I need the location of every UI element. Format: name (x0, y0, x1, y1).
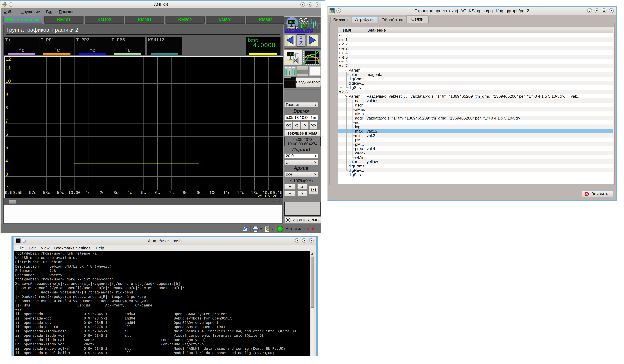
svg-text:10c: 10c (209, 190, 217, 195)
svg-text:3: 3 (5, 172, 8, 177)
svg-text:2c: 2c (100, 190, 105, 195)
svg-text:57c: 57c (29, 190, 37, 195)
svg-text:oscada.org: oscada.org (285, 27, 313, 33)
svg-text:25-05-2013: 25-05-2013 (257, 194, 283, 198)
svg-text:59c: 59c (57, 190, 64, 195)
svg-text:4c: 4c (127, 190, 132, 195)
svg-text:11c: 11c (223, 190, 231, 195)
svg-text:5c: 5c (141, 190, 146, 195)
svg-text:11: 11 (5, 66, 11, 71)
svg-text:6c: 6c (155, 190, 160, 195)
svg-text:1c: 1c (86, 190, 91, 195)
svg-text:7c: 7c (169, 190, 174, 195)
svg-text:12: 12 (5, 57, 11, 62)
svg-text:6: 6 (5, 132, 8, 137)
svg-text:10.95: 10.95 (288, 53, 296, 56)
svg-text:5: 5 (5, 145, 8, 151)
svg-text:10: 10 (5, 79, 11, 84)
svg-text:10:00: 10:00 (68, 190, 80, 195)
svg-text:2: 2 (5, 185, 8, 190)
svg-text:12c: 12c (237, 190, 244, 195)
svg-text:9c: 9c (197, 190, 202, 195)
svg-text:4: 4 (5, 159, 8, 164)
svg-text:7: 7 (5, 119, 8, 124)
svg-text:9:59:55: 9:59:55 (5, 190, 23, 195)
svg-text:10.95: 10.95 (288, 21, 297, 24)
svg-text:8c: 8c (183, 190, 188, 195)
svg-text:9: 9 (5, 92, 8, 97)
svg-text:3c: 3c (113, 190, 118, 195)
svg-text:8: 8 (5, 105, 8, 111)
svg-text:58c: 58c (43, 190, 51, 195)
